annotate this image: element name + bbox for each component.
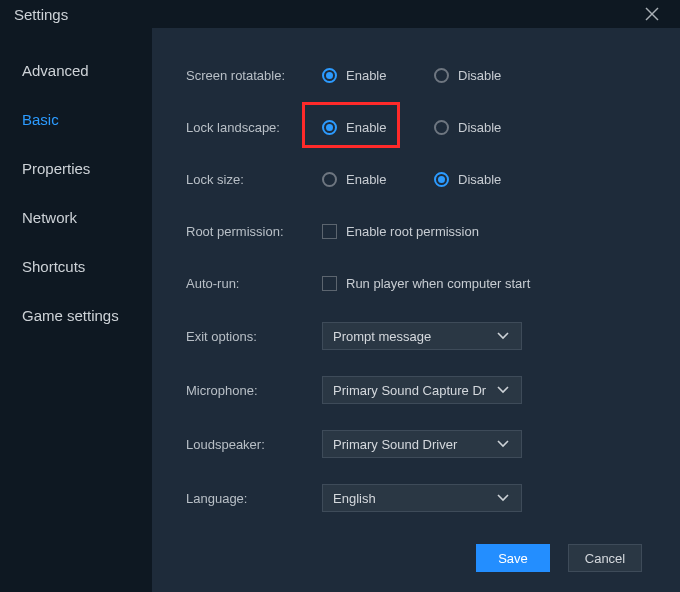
radio-lock-landscape-enable[interactable]: Enable [322,120,434,135]
row-language: Language: English [186,484,652,512]
row-root-permission: Root permission: Enable root permission [186,218,652,244]
chevron-down-icon [493,332,513,340]
checkbox-auto-run[interactable] [322,276,337,291]
select-value: Prompt message [333,329,493,344]
checkbox-root-permission[interactable] [322,224,337,239]
radio-icon [322,120,337,135]
label-auto-run: Auto-run: [186,276,322,291]
radio-label: Disable [458,172,501,187]
sidebar-item-game-settings[interactable]: Game settings [0,291,152,340]
radio-label: Enable [346,172,386,187]
save-button[interactable]: Save [476,544,550,572]
radio-label: Enable [346,68,386,83]
sidebar-item-label: Shortcuts [22,258,85,275]
label-microphone: Microphone: [186,383,322,398]
chevron-down-icon [493,494,513,502]
sidebar-item-label: Network [22,209,77,226]
row-lock-landscape: Lock landscape: Enable Disable [186,114,652,140]
sidebar-item-advanced[interactable]: Advanced [0,46,152,95]
sidebar-item-basic[interactable]: Basic [0,95,152,144]
radio-icon [322,68,337,83]
label-loudspeaker: Loudspeaker: [186,437,322,452]
radio-screen-rotatable-disable[interactable]: Disable [434,68,546,83]
select-language[interactable]: English [322,484,522,512]
select-value: Primary Sound Driver [333,437,493,452]
select-value: Primary Sound Capture Dr [333,383,493,398]
row-loudspeaker: Loudspeaker: Primary Sound Driver [186,430,652,458]
sidebar-item-network[interactable]: Network [0,193,152,242]
radio-lock-landscape-disable[interactable]: Disable [434,120,546,135]
chevron-down-icon [493,386,513,394]
sidebar-item-label: Advanced [22,62,89,79]
radio-label: Disable [458,68,501,83]
sidebar-item-label: Game settings [22,307,119,324]
sidebar-item-label: Properties [22,160,90,177]
chevron-down-icon [493,440,513,448]
row-exit-options: Exit options: Prompt message [186,322,652,350]
radio-icon [434,172,449,187]
row-lock-size: Lock size: Enable Disable [186,166,652,192]
radio-lock-size-disable[interactable]: Disable [434,172,546,187]
radio-label: Disable [458,120,501,135]
label-lock-size: Lock size: [186,172,322,187]
radio-screen-rotatable-enable[interactable]: Enable [322,68,434,83]
sidebar-item-shortcuts[interactable]: Shortcuts [0,242,152,291]
radio-icon [434,68,449,83]
label-screen-rotatable: Screen rotatable: [186,68,322,83]
radio-label: Enable [346,120,386,135]
close-icon[interactable] [638,0,666,28]
select-value: English [333,491,493,506]
row-auto-run: Auto-run: Run player when computer start [186,270,652,296]
select-microphone[interactable]: Primary Sound Capture Dr [322,376,522,404]
footer: Save Cancel [186,538,652,586]
label-language: Language: [186,491,322,506]
button-label: Save [498,551,528,566]
label-root-permission: Root permission: [186,224,322,239]
checkbox-label: Run player when computer start [346,276,530,291]
sidebar-item-label: Basic [22,111,59,128]
radio-icon [434,120,449,135]
select-loudspeaker[interactable]: Primary Sound Driver [322,430,522,458]
row-microphone: Microphone: Primary Sound Capture Dr [186,376,652,404]
radio-icon [322,172,337,187]
select-exit-options[interactable]: Prompt message [322,322,522,350]
row-screen-rotatable: Screen rotatable: Enable Disable [186,62,652,88]
settings-panel: Screen rotatable: Enable Disable Lock l [152,28,680,592]
button-label: Cancel [585,551,625,566]
sidebar: Advanced Basic Properties Network Shortc… [0,28,152,592]
label-exit-options: Exit options: [186,329,322,344]
checkbox-label: Enable root permission [346,224,479,239]
window-title: Settings [14,6,68,23]
radio-lock-size-enable[interactable]: Enable [322,172,434,187]
sidebar-item-properties[interactable]: Properties [0,144,152,193]
cancel-button[interactable]: Cancel [568,544,642,572]
label-lock-landscape: Lock landscape: [186,120,322,135]
titlebar: Settings [0,0,680,28]
